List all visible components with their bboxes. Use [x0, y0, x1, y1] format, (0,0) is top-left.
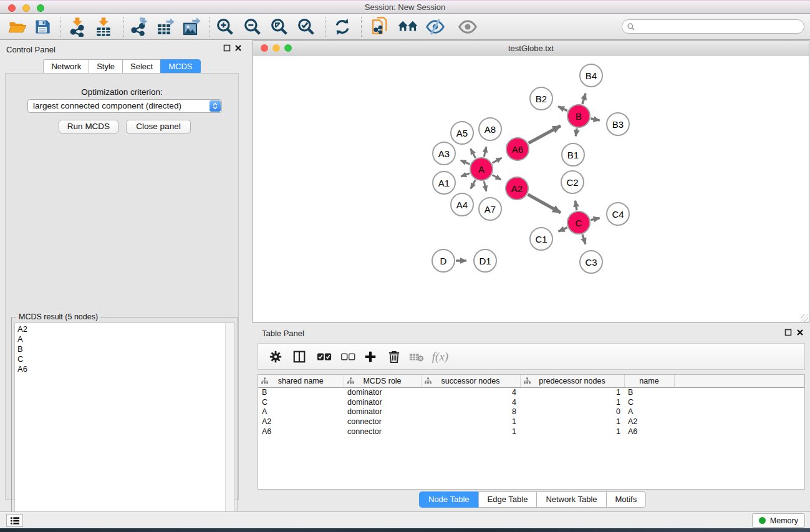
- network-canvas[interactable]: B4B2BB3A8A5A6A3B1AA1C2A2A4A7C4CC1C3DD1: [253, 56, 809, 322]
- select-all-rows-button[interactable]: [314, 347, 334, 367]
- column-header-shared-name[interactable]: shared name: [258, 375, 344, 387]
- export-table-button[interactable]: [154, 16, 176, 37]
- export-network-button[interactable]: [128, 16, 150, 37]
- graph-node-B1[interactable]: B1: [561, 143, 585, 167]
- export-image-button[interactable]: [180, 16, 203, 37]
- graph-edge-A-A2[interactable]: [493, 175, 501, 180]
- graph-node-C4[interactable]: C4: [606, 202, 630, 226]
- network-window-titlebar[interactable]: testGlobe.txt: [253, 41, 809, 56]
- graph-node-D1[interactable]: D1: [473, 249, 497, 273]
- column-header-successor-nodes[interactable]: successor nodes: [421, 375, 520, 387]
- mcds-result-item[interactable]: C: [17, 354, 223, 364]
- import-table-button[interactable]: [92, 16, 115, 37]
- graph-edge-C-C3[interactable]: [582, 235, 586, 244]
- mcds-result-item[interactable]: A: [17, 334, 223, 344]
- optimization-criterion-select[interactable]: largest connected component (directed): [27, 99, 222, 113]
- float-panel-icon[interactable]: [784, 329, 792, 336]
- tab-network[interactable]: Network: [43, 59, 89, 74]
- create-column-button[interactable]: [360, 347, 380, 367]
- zoom-in-button[interactable]: [214, 16, 236, 37]
- graph-node-D[interactable]: D: [432, 249, 455, 273]
- table-row[interactable]: Bdominator41B: [258, 387, 804, 397]
- graph-edge-B-B3[interactable]: [591, 118, 600, 120]
- graph-node-A3[interactable]: A3: [432, 142, 456, 165]
- graph-edge-A6-B[interactable]: [529, 126, 561, 143]
- graph-edge-C-C4[interactable]: [591, 218, 600, 220]
- resize-grip[interactable]: [801, 314, 808, 322]
- search-field[interactable]: [622, 19, 804, 34]
- task-history-button[interactable]: [6, 514, 23, 527]
- graph-node-C2[interactable]: C2: [561, 170, 584, 194]
- graph-node-A4[interactable]: A4: [450, 193, 474, 216]
- close-panel-button[interactable]: Close panel: [126, 120, 191, 133]
- graph-node-A[interactable]: A: [470, 157, 493, 181]
- graph-node-B3[interactable]: B3: [606, 112, 630, 136]
- hide-selected-button[interactable]: [424, 16, 446, 37]
- graph-node-A1[interactable]: A1: [432, 171, 456, 195]
- tab-select[interactable]: Select: [122, 59, 160, 74]
- graph-node-C[interactable]: C: [567, 211, 591, 235]
- graph-edge-A-A6[interactable]: [493, 158, 502, 163]
- search-input[interactable]: [639, 22, 804, 31]
- graph-edge-A-A4[interactable]: [471, 180, 476, 189]
- table-row[interactable]: A2connector11A2: [258, 417, 804, 427]
- graph-edge-B-B2[interactable]: [558, 107, 567, 111]
- delete-table-button[interactable]: [407, 347, 427, 367]
- column-header-name[interactable]: name: [624, 375, 674, 387]
- mcds-result-item[interactable]: B: [17, 344, 223, 354]
- tab-style[interactable]: Style: [89, 59, 122, 74]
- save-session-button[interactable]: [31, 16, 54, 37]
- graph-node-A2[interactable]: A2: [505, 177, 529, 200]
- graph-node-A8[interactable]: A8: [478, 117, 502, 141]
- graph-node-A7[interactable]: A7: [478, 197, 502, 221]
- open-file-button[interactable]: [6, 16, 29, 37]
- graph-edge-A-A5[interactable]: [471, 149, 476, 158]
- graph-node-A6[interactable]: A6: [506, 137, 529, 161]
- zoom-fit-button[interactable]: [268, 16, 291, 37]
- zoom-selected-button[interactable]: [295, 16, 317, 37]
- graph-edge-C-C1[interactable]: [559, 228, 567, 231]
- table-row[interactable]: A6connector11A6: [258, 427, 804, 437]
- tab-node-table[interactable]: Node Table: [419, 491, 478, 508]
- column-header-predecessor-nodes[interactable]: predecessor nodes: [520, 375, 624, 387]
- zoom-out-button[interactable]: [241, 16, 264, 37]
- graph-edge-A-A8[interactable]: [484, 147, 486, 157]
- mcds-result-item[interactable]: A2: [17, 324, 223, 334]
- deselect-all-rows-button[interactable]: [338, 347, 358, 367]
- graph-node-A5[interactable]: A5: [450, 121, 474, 145]
- import-network-button[interactable]: [66, 16, 89, 37]
- tab-edge-table[interactable]: Edge Table: [478, 491, 537, 508]
- refresh-view-button[interactable]: [331, 16, 354, 37]
- mcds-result-list[interactable]: A2ABCA6: [14, 322, 235, 527]
- graph-edge-A-A7[interactable]: [484, 181, 486, 191]
- graph-edge-C-C2[interactable]: [576, 201, 577, 211]
- table-settings-button[interactable]: [266, 347, 286, 367]
- table-row[interactable]: Cdominator41C: [258, 397, 804, 407]
- column-header-mcds-role[interactable]: MCDS role: [344, 375, 421, 387]
- tab-network-table[interactable]: Network Table: [536, 491, 605, 508]
- delete-column-button[interactable]: [384, 347, 404, 367]
- mcds-result-item[interactable]: A6: [17, 364, 223, 374]
- graph-edge-A2-C[interactable]: [528, 195, 561, 213]
- graph-edge-B-B4[interactable]: [582, 94, 586, 104]
- graph-node-C1[interactable]: C1: [529, 227, 553, 251]
- close-panel-icon[interactable]: [234, 44, 242, 52]
- graph-node-B2[interactable]: B2: [529, 87, 553, 110]
- float-panel-icon[interactable]: [223, 44, 231, 52]
- graph-node-C3[interactable]: C3: [579, 250, 603, 274]
- graph-node-B4[interactable]: B4: [579, 64, 603, 87]
- graph-node-B[interactable]: B: [567, 104, 591, 128]
- show-columns-button[interactable]: [289, 347, 309, 367]
- show-all-button[interactable]: [456, 16, 479, 37]
- graph-edge-A-A1[interactable]: [461, 173, 470, 177]
- list-scrollbar[interactable]: [225, 323, 234, 526]
- tab-mcds[interactable]: MCDS: [160, 59, 200, 74]
- close-panel-icon[interactable]: [796, 329, 804, 336]
- run-mcds-button[interactable]: Run MCDS: [59, 120, 118, 133]
- table-row[interactable]: Adominator80A: [258, 407, 804, 417]
- graph-edge-A-A3[interactable]: [461, 160, 470, 164]
- new-network-button[interactable]: [369, 16, 392, 37]
- memory-button[interactable]: Memory: [752, 513, 805, 528]
- function-builder-button[interactable]: f(x): [430, 347, 450, 367]
- graph-edge-B-B1[interactable]: [576, 128, 577, 137]
